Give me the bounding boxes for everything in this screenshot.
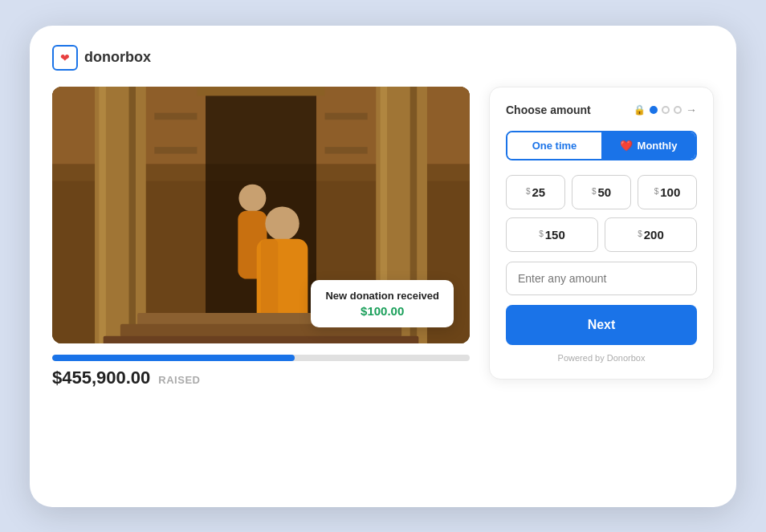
step-header: Choose amount 🔒 → xyxy=(506,104,697,116)
currency-symbol: $ xyxy=(539,229,544,238)
powered-by: Powered by Donorbox xyxy=(506,353,697,363)
logo-text: donorbox xyxy=(84,49,151,66)
one-time-button[interactable]: One time xyxy=(507,132,601,159)
raised-info: $455,900.00 RAISED xyxy=(52,368,470,388)
currency-symbol: $ xyxy=(638,229,642,238)
device-frame: ❤ donorbox xyxy=(30,26,736,507)
svg-rect-4 xyxy=(99,87,105,343)
amount-value: 100 xyxy=(660,185,680,199)
amount-button-25[interactable]: $ 25 xyxy=(506,175,565,209)
currency-symbol: $ xyxy=(592,187,597,196)
amount-button-150[interactable]: $ 150 xyxy=(506,217,598,252)
arrow-icon: → xyxy=(686,104,697,116)
progress-bar-fill xyxy=(52,355,295,361)
frequency-toggle[interactable]: One time ❤️ Monthly xyxy=(506,131,697,160)
header: ❤ donorbox xyxy=(52,45,714,71)
svg-rect-22 xyxy=(104,335,419,343)
progress-section: $455,900.00 RAISED xyxy=(52,355,470,388)
amount-value: 150 xyxy=(545,228,565,242)
amount-button-50[interactable]: $ 50 xyxy=(572,175,631,209)
amount-value: 50 xyxy=(597,185,611,199)
donation-widget: Choose amount 🔒 → One time ❤️ Monthly xyxy=(489,87,714,380)
currency-symbol: $ xyxy=(654,187,659,196)
toast-amount: $100.00 xyxy=(325,304,439,318)
main-content: New donation received $100.00 $455,900.0… xyxy=(52,87,714,388)
svg-rect-14 xyxy=(325,147,368,153)
left-panel: New donation received $100.00 $455,900.0… xyxy=(52,87,470,388)
svg-rect-10 xyxy=(197,87,324,95)
amount-value: 200 xyxy=(644,228,664,242)
progress-bar-container xyxy=(52,355,470,361)
step-dot-3 xyxy=(674,106,682,114)
donation-toast: New donation received $100.00 xyxy=(311,280,454,327)
svg-rect-12 xyxy=(325,112,368,119)
currency-symbol: $ xyxy=(526,187,531,196)
next-button[interactable]: Next xyxy=(506,305,697,345)
logo-icon: ❤ xyxy=(52,45,78,71)
step-indicators: 🔒 → xyxy=(634,104,697,116)
logo-heart-icon: ❤ xyxy=(60,51,70,64)
amount-button-100[interactable]: $ 100 xyxy=(638,175,697,209)
step-dot-2 xyxy=(662,106,670,114)
svg-point-17 xyxy=(265,206,299,240)
svg-rect-13 xyxy=(154,147,197,153)
step-dot-1 xyxy=(650,106,658,114)
campaign-image: New donation received $100.00 xyxy=(52,87,470,343)
amount-value: 25 xyxy=(532,185,545,199)
logo-container: ❤ donorbox xyxy=(52,45,151,71)
amount-grid-row2: $ 150 $ 200 xyxy=(506,217,697,252)
heart-icon: ❤️ xyxy=(620,140,633,152)
amount-grid-row1: $ 25 $ 50 $ 100 xyxy=(506,175,697,209)
raised-label: RAISED xyxy=(158,374,200,386)
lock-icon: 🔒 xyxy=(634,104,646,116)
toast-title: New donation received xyxy=(325,290,439,302)
svg-rect-5 xyxy=(129,87,136,343)
svg-rect-11 xyxy=(154,112,197,119)
raised-amount: $455,900.00 xyxy=(52,368,150,388)
amount-button-200[interactable]: $ 200 xyxy=(605,217,697,252)
monthly-button[interactable]: ❤️ Monthly xyxy=(601,132,695,159)
custom-amount-input[interactable] xyxy=(506,262,697,295)
step-title: Choose amount xyxy=(506,104,591,116)
svg-point-15 xyxy=(238,184,266,211)
